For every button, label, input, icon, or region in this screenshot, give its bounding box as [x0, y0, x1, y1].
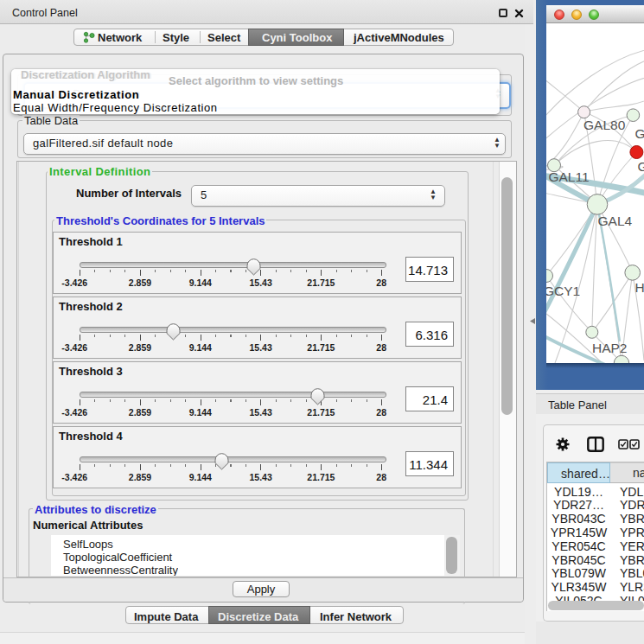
svg-text:GAL11: GAL11	[548, 169, 589, 184]
svg-text:GAL80: GAL80	[583, 118, 626, 132]
svg-text:HAP2: HAP2	[592, 341, 628, 355]
svg-text:GA: GA	[634, 126, 644, 141]
svg-text:HI: HI	[634, 280, 644, 295]
svg-text:GAL4: GAL4	[598, 214, 633, 228]
svg-text:G: G	[637, 159, 644, 174]
svg-text:GCY1: GCY1	[546, 284, 580, 298]
